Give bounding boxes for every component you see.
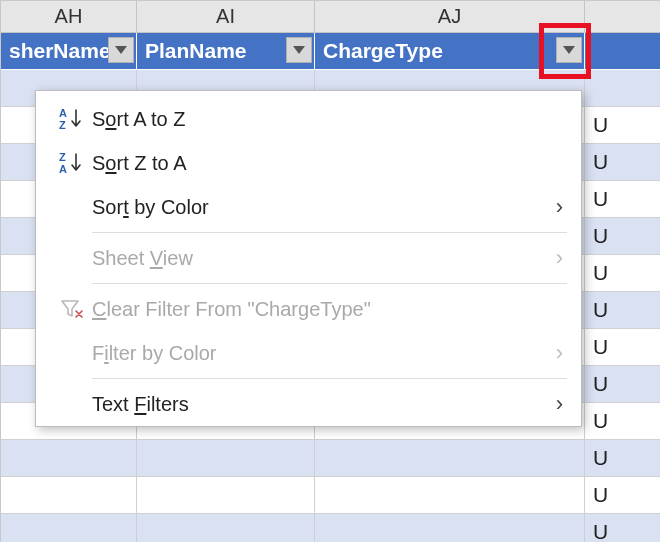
cell-ak[interactable]: U xyxy=(585,366,660,403)
header-label: PlanName xyxy=(145,39,308,63)
header-cell-planname[interactable]: PlanName xyxy=(137,33,315,70)
column-letter-ak[interactable] xyxy=(585,1,660,33)
chevron-down-icon xyxy=(293,46,305,54)
menu-label: Sort A to Z xyxy=(92,108,563,131)
filter-button-planname[interactable] xyxy=(286,37,312,63)
cell-ak[interactable]: U xyxy=(585,292,660,329)
cell-ak[interactable]: U xyxy=(585,181,660,218)
menu-label: Clear Filter From "ChargeType" xyxy=(92,298,563,321)
sort-az-icon: AZ xyxy=(52,107,92,131)
menu-item-sort-az[interactable]: AZ Sort A to Z xyxy=(36,97,581,141)
menu-label: Text Filters xyxy=(92,393,556,416)
chevron-right-icon: › xyxy=(556,340,563,366)
svg-text:A: A xyxy=(59,163,67,175)
menu-separator xyxy=(92,232,567,233)
cell-ak[interactable]: U xyxy=(585,329,660,366)
cell-ak[interactable]: U xyxy=(585,477,660,514)
cell-ak[interactable]: U xyxy=(585,440,660,477)
cell-ak[interactable]: U xyxy=(585,403,660,440)
column-letter-ai[interactable]: AI xyxy=(137,1,315,33)
header-cell-next[interactable] xyxy=(585,33,660,70)
sort-za-icon: ZA xyxy=(52,151,92,175)
menu-item-clear-filter: Clear Filter From "ChargeType" xyxy=(36,287,581,331)
filter-button-publishername[interactable] xyxy=(108,37,134,63)
svg-text:Z: Z xyxy=(59,119,66,131)
chevron-right-icon: › xyxy=(556,194,563,220)
menu-label: Sort by Color xyxy=(92,196,556,219)
menu-item-text-filters[interactable]: Text Filters › xyxy=(36,382,581,426)
menu-separator xyxy=(92,378,567,379)
menu-label: Filter by Color xyxy=(92,342,556,365)
svg-text:Z: Z xyxy=(59,151,66,163)
header-cell-publishername[interactable]: sherName xyxy=(1,33,137,70)
cell-ak[interactable]: U xyxy=(585,107,660,144)
clear-filter-icon xyxy=(52,298,92,320)
menu-item-sheet-view: Sheet View › xyxy=(36,236,581,280)
cell-ak[interactable]: U xyxy=(585,255,660,292)
menu-label: Sort Z to A xyxy=(92,152,563,175)
cell-ak[interactable]: U xyxy=(585,218,660,255)
menu-item-sort-za[interactable]: ZA Sort Z to A xyxy=(36,141,581,185)
cell-ak[interactable] xyxy=(585,70,660,107)
menu-separator xyxy=(92,283,567,284)
cell-ak[interactable]: U xyxy=(585,144,660,181)
cell-ak[interactable]: U xyxy=(585,514,660,542)
chevron-right-icon: › xyxy=(556,245,563,271)
highlight-box xyxy=(539,23,591,79)
menu-item-filter-by-color: Filter by Color › xyxy=(36,331,581,375)
chevron-down-icon xyxy=(115,46,127,54)
filter-dropdown-menu: AZ Sort A to Z ZA Sort Z to A Sort by Co… xyxy=(35,90,582,427)
menu-item-sort-by-color[interactable]: Sort by Color › xyxy=(36,185,581,229)
menu-label: Sheet View xyxy=(92,247,556,270)
svg-text:A: A xyxy=(59,107,67,119)
chevron-right-icon: › xyxy=(556,391,563,417)
column-letter-ah[interactable]: AH xyxy=(1,1,137,33)
